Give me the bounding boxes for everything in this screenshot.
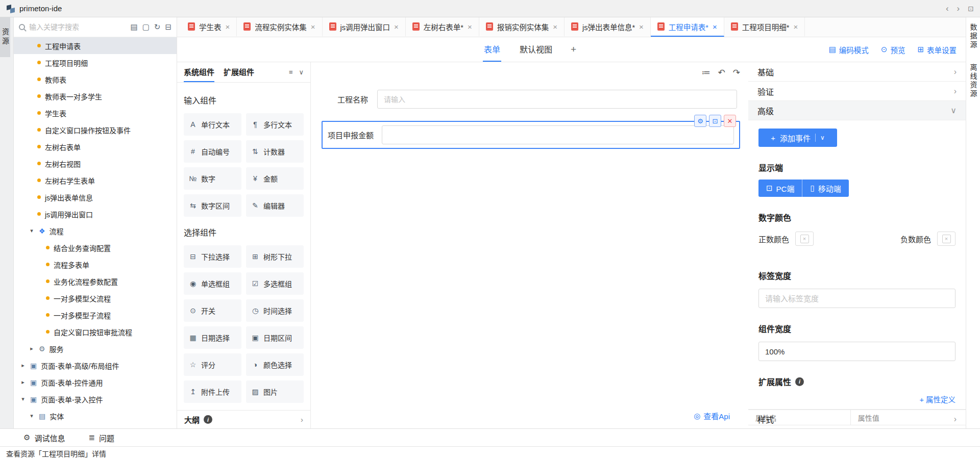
preview-button[interactable]: ⊙预览 xyxy=(881,44,905,55)
tree-item[interactable]: 工程申请表 xyxy=(14,37,177,54)
refresh-icon[interactable]: ↻ xyxy=(154,22,161,32)
outline-list-icon[interactable]: ≔ xyxy=(702,67,710,78)
palette-item[interactable]: ▦日期选择 xyxy=(184,326,241,349)
mobile-button[interactable]: ▯ 移动端 xyxy=(802,180,848,197)
clear-color-icon[interactable]: × xyxy=(942,235,951,243)
panel-tab-datasource[interactable]: 数据源 xyxy=(968,23,978,49)
caret-right-icon[interactable]: ▸ xyxy=(20,379,26,386)
export-icon[interactable]: ▤ xyxy=(130,22,137,32)
nav-back-icon[interactable]: ‹ xyxy=(946,4,949,14)
doc-tab[interactable]: js弹出表单信息*× xyxy=(565,17,651,37)
add-view-button[interactable]: + xyxy=(571,37,576,62)
positive-color-picker[interactable]: × xyxy=(795,232,814,246)
close-icon[interactable]: × xyxy=(639,22,644,31)
field-delete-button[interactable]: ✕ xyxy=(724,115,736,127)
doc-tab[interactable]: 工程项目明细*× xyxy=(724,17,805,37)
doc-tab[interactable]: 左树右表单*× xyxy=(406,17,479,37)
section-basic[interactable]: 基础 › xyxy=(748,62,966,82)
component-width-input[interactable] xyxy=(758,342,955,361)
palette-item[interactable]: ◷时间选择 xyxy=(246,299,304,322)
new-folder-icon[interactable]: ▢ xyxy=(142,22,150,32)
debug-info-button[interactable]: ⚙ 调试信息 xyxy=(23,432,65,443)
doc-tab[interactable]: 流程实例实体集× xyxy=(237,17,322,37)
selected-form-field[interactable]: ⚙ ⊡ ✕ 项目申报金额 xyxy=(322,121,740,149)
caret-right-icon[interactable]: ▸ xyxy=(20,362,26,369)
caret-down-icon[interactable]: ▾ xyxy=(20,396,26,402)
close-icon[interactable]: × xyxy=(793,22,798,31)
collapse-all-icon[interactable]: ⊟ xyxy=(165,22,172,32)
view-tab[interactable]: 表单 xyxy=(483,37,501,62)
tree-item[interactable]: 一对多模型父流程 xyxy=(14,290,177,306)
tree-item[interactable]: ▸▣页面-表单-高级/布局组件 xyxy=(14,357,177,374)
pc-button[interactable]: ⊡ PC端 xyxy=(758,180,802,197)
close-icon[interactable]: × xyxy=(553,22,557,31)
caret-down-icon[interactable]: ▾ xyxy=(29,227,35,234)
view-tab[interactable]: 默认视图 xyxy=(519,37,553,62)
palette-item[interactable]: ⇆数字区间 xyxy=(184,194,241,217)
palette-item[interactable]: ▣日期区间 xyxy=(246,326,304,349)
nav-forward-icon[interactable]: › xyxy=(957,4,960,14)
search-input[interactable] xyxy=(29,23,126,31)
palette-item[interactable]: ⇅计数器 xyxy=(246,140,304,163)
palette-item[interactable]: ¥金额 xyxy=(246,167,304,190)
menu-icon[interactable]: ≡ xyxy=(289,68,293,76)
caret-right-icon[interactable]: ▸ xyxy=(29,345,35,352)
property-define-link[interactable]: + 属性定义 xyxy=(758,394,955,404)
palette-item[interactable]: ↥附件上传 xyxy=(184,380,241,403)
panel-tab-resources[interactable]: 资源 xyxy=(0,17,10,57)
palette-tab[interactable]: 扩展组件 xyxy=(224,62,254,82)
doc-tab[interactable]: 学生表× xyxy=(181,17,237,37)
outline-bar[interactable]: 大纲 i › xyxy=(177,410,310,428)
field-input[interactable] xyxy=(377,90,737,109)
negative-color-picker[interactable]: × xyxy=(937,232,955,246)
palette-item[interactable]: ☑多选框组 xyxy=(246,272,304,295)
label-width-input[interactable] xyxy=(758,289,955,308)
tree-item[interactable]: js调用弹出窗口 xyxy=(14,206,177,222)
palette-item[interactable]: ◑颜色选择 xyxy=(246,353,304,376)
tree-item[interactable]: ▸▣页面-表单-控件通用 xyxy=(14,374,177,391)
code-mode-button[interactable]: ▤编码模式 xyxy=(829,44,869,55)
palette-item[interactable]: ⊟下拉选择 xyxy=(184,245,241,268)
tree-item[interactable]: 学生表 xyxy=(14,105,177,121)
collapse-panel-icon[interactable]: ∨ xyxy=(299,68,304,76)
clear-color-icon[interactable]: × xyxy=(800,235,809,243)
tree-item[interactable]: 左树右表单 xyxy=(14,138,177,155)
palette-item[interactable]: ✎编辑器 xyxy=(246,194,304,217)
view-api-link[interactable]: ◎ 查看Api xyxy=(694,411,730,421)
field-copy-button[interactable]: ⊡ xyxy=(709,115,721,127)
tree-item[interactable]: 左树右视图 xyxy=(14,155,177,172)
tree-item[interactable]: ▾❖流程 xyxy=(14,222,177,239)
window-layout-icon[interactable]: ⊡ xyxy=(968,5,974,13)
palette-item[interactable]: ¶多行文本 xyxy=(246,113,304,136)
doc-tab[interactable]: js调用弹出窗口× xyxy=(323,17,406,37)
tree-item[interactable]: 教师表 xyxy=(14,71,177,88)
tree-item[interactable]: ▸⚙服务 xyxy=(14,340,177,357)
tree-item[interactable]: 流程多表单 xyxy=(14,256,177,273)
form-field-row[interactable]: 工程名称 xyxy=(337,90,737,109)
caret-down-icon[interactable]: ▾ xyxy=(29,413,35,419)
tree-item[interactable]: 自定义窗口操作按钮及事件 xyxy=(14,121,177,138)
tree-item[interactable]: js弹出表单信息 xyxy=(14,189,177,206)
palette-item[interactable]: ☆评分 xyxy=(184,353,241,376)
palette-item[interactable]: ▨图片 xyxy=(246,380,304,403)
palette-item[interactable]: ⊙开关 xyxy=(184,299,241,322)
section-validation[interactable]: 验证 › xyxy=(748,82,966,101)
field-settings-button[interactable]: ⚙ xyxy=(694,115,706,127)
close-icon[interactable]: × xyxy=(713,22,717,31)
problems-button[interactable]: ≣ 问题 xyxy=(88,432,114,443)
palette-item[interactable]: ◉单选框组 xyxy=(184,272,241,295)
undo-icon[interactable]: ↶ xyxy=(718,67,725,78)
palette-item[interactable]: ⊞树形下拉 xyxy=(246,245,304,268)
palette-item[interactable]: A单行文本 xyxy=(184,113,241,136)
close-icon[interactable]: × xyxy=(468,22,472,31)
tree-item[interactable]: ▾▣页面-表单-录入控件 xyxy=(14,391,177,407)
doc-tab[interactable]: 报销实例实体集× xyxy=(479,17,565,37)
section-style[interactable]: 样式 › xyxy=(748,409,966,428)
tree-item[interactable]: 左树右学生表单 xyxy=(14,172,177,189)
section-advanced[interactable]: 高级 ∨ xyxy=(748,101,966,120)
palette-item[interactable]: №数字 xyxy=(184,167,241,190)
tree-item[interactable]: 工程项目明细 xyxy=(14,54,177,71)
tree-item[interactable]: 教师表一对多学生 xyxy=(14,88,177,105)
tree-item[interactable]: ▾▤实体 xyxy=(14,407,177,424)
close-icon[interactable]: × xyxy=(226,22,230,31)
